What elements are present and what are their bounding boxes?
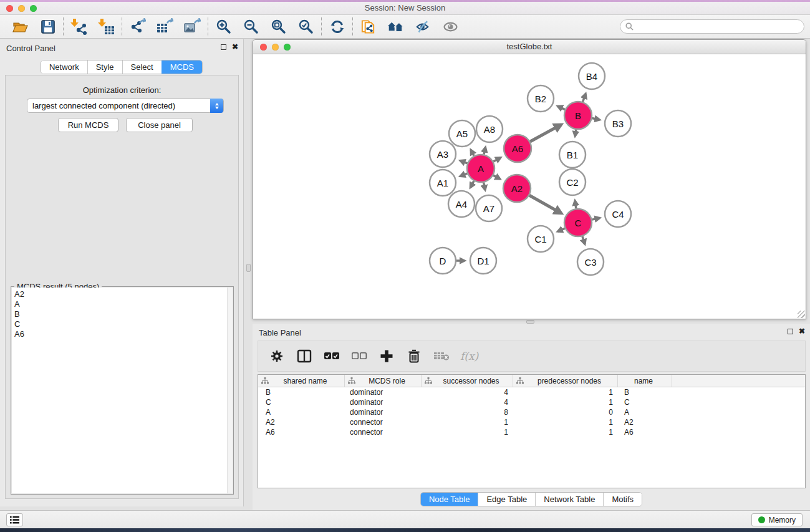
- refresh-button[interactable]: [329, 18, 345, 35]
- tab-mcds[interactable]: MCDS: [162, 60, 202, 74]
- import-table-button[interactable]: [98, 18, 115, 35]
- window-resize-grip[interactable]: [798, 311, 805, 318]
- result-list-item[interactable]: A: [14, 299, 227, 309]
- column-header-predecessor-nodes[interactable]: predecessor nodes: [513, 375, 618, 387]
- function-builder-button[interactable]: f(x): [460, 350, 478, 362]
- search-field[interactable]: [620, 19, 804, 34]
- node-C3[interactable]: C3: [577, 249, 604, 275]
- edge-B-B3[interactable]: [592, 118, 600, 120]
- node-A1[interactable]: A1: [430, 170, 456, 196]
- node-D1[interactable]: D1: [470, 248, 496, 274]
- node-A2[interactable]: A2: [503, 175, 531, 202]
- node-table[interactable]: shared nameMCDS rolesuccessor nodesprede…: [258, 374, 806, 488]
- float-panel-icon[interactable]: [221, 44, 226, 50]
- zoom-in-button[interactable]: [215, 18, 232, 35]
- create-column-button[interactable]: [378, 348, 395, 365]
- network-canvas[interactable]: AA1A2A3A4A5A6A7A8BB1B2B3B4CC1C2C3C4DD1: [253, 54, 806, 319]
- edge-C-C4[interactable]: [592, 218, 599, 220]
- edge-B-B1[interactable]: [575, 130, 576, 137]
- export-network-button[interactable]: [129, 18, 146, 35]
- home-button[interactable]: [387, 18, 404, 35]
- table-row-A2[interactable]: A2connector11A2: [258, 417, 805, 427]
- edge-A-A3[interactable]: [460, 161, 467, 163]
- zoom-out-button[interactable]: [243, 18, 259, 35]
- result-list-item[interactable]: C: [14, 319, 227, 329]
- optimization-criterion-select[interactable]: largest connected component (directed): [27, 99, 224, 113]
- edge-A6-B[interactable]: [530, 125, 561, 142]
- delete-column-button[interactable]: [405, 348, 422, 365]
- node-B3[interactable]: B3: [605, 110, 631, 137]
- copy-network-button[interactable]: [360, 18, 377, 35]
- node-A7[interactable]: A7: [476, 195, 502, 221]
- minimize-window-button[interactable]: [18, 5, 25, 12]
- tab-network-table[interactable]: Network Table: [535, 493, 603, 506]
- zoom-selected-button[interactable]: [297, 18, 314, 35]
- node-C1[interactable]: C1: [528, 226, 554, 252]
- deselect-all-columns-button[interactable]: [350, 348, 367, 365]
- close-window-button[interactable]: [6, 5, 13, 12]
- node-A6[interactable]: A6: [504, 135, 531, 162]
- column-header-successor-nodes[interactable]: successor nodes: [422, 375, 513, 387]
- table-row-A6[interactable]: A6connector11A6: [258, 427, 805, 437]
- mcds-result-list[interactable]: A2ABCA6: [12, 288, 227, 493]
- node-C4[interactable]: C4: [605, 201, 631, 227]
- close-table-panel-icon[interactable]: ✖: [799, 328, 805, 334]
- column-header-shared-name[interactable]: shared name: [258, 375, 345, 387]
- tab-motifs[interactable]: Motifs: [603, 493, 642, 506]
- zoom-network-window-button[interactable]: [284, 44, 291, 51]
- zoom-fit-button[interactable]: [270, 18, 287, 35]
- memory-button[interactable]: Memory: [751, 513, 803, 526]
- node-A3[interactable]: A3: [430, 141, 456, 167]
- result-list-item[interactable]: B: [14, 309, 227, 319]
- tab-node-table[interactable]: Node Table: [421, 493, 478, 506]
- node-A[interactable]: A: [467, 155, 494, 182]
- close-panel-icon[interactable]: ✖: [232, 44, 238, 50]
- edge-A-A2[interactable]: [493, 175, 500, 179]
- minimize-network-window-button[interactable]: [272, 44, 279, 51]
- column-header-name[interactable]: name: [618, 375, 672, 387]
- task-history-button[interactable]: [6, 513, 23, 526]
- search-input[interactable]: [637, 20, 804, 33]
- edge-A-A7[interactable]: [484, 183, 485, 190]
- select-all-columns-button[interactable]: [323, 348, 340, 365]
- table-row-C[interactable]: Cdominator41C: [258, 397, 805, 407]
- column-header-MCDS-role[interactable]: MCDS role: [345, 375, 422, 387]
- node-C2[interactable]: C2: [559, 169, 586, 195]
- edge-C-C2[interactable]: [575, 201, 576, 209]
- edge-A-A5[interactable]: [471, 150, 474, 155]
- edge-B-B4[interactable]: [583, 94, 586, 102]
- node-A5[interactable]: A5: [449, 120, 475, 147]
- node-A4[interactable]: A4: [448, 191, 475, 217]
- edge-A-A6[interactable]: [493, 158, 501, 162]
- export-table-button[interactable]: [157, 18, 173, 35]
- save-session-button[interactable]: [39, 18, 56, 35]
- tab-style[interactable]: Style: [87, 60, 122, 74]
- edge-A2-C[interactable]: [529, 195, 561, 213]
- tab-network[interactable]: Network: [41, 60, 87, 74]
- edge-C-C1[interactable]: [558, 228, 565, 231]
- tab-edge-table[interactable]: Edge Table: [478, 493, 535, 506]
- close-panel-button[interactable]: Close panel: [126, 118, 193, 132]
- edge-B-B2[interactable]: [557, 106, 565, 109]
- vertical-split-handle[interactable]: [246, 264, 251, 272]
- float-table-panel-icon[interactable]: [788, 329, 793, 334]
- edge-C-C3[interactable]: [582, 236, 585, 244]
- show-graphics-details-button[interactable]: [442, 18, 459, 35]
- node-D[interactable]: D: [430, 248, 456, 274]
- node-C[interactable]: C: [564, 209, 592, 236]
- tab-select[interactable]: Select: [122, 60, 162, 74]
- edge-A-A8[interactable]: [484, 147, 486, 154]
- result-list-item[interactable]: A6: [14, 329, 227, 339]
- node-B1[interactable]: B1: [559, 142, 586, 168]
- import-network-button[interactable]: [70, 18, 87, 35]
- result-scrollbar[interactable]: [227, 288, 233, 493]
- table-row-B[interactable]: Bdominator41B: [258, 387, 805, 397]
- node-B2[interactable]: B2: [528, 85, 554, 112]
- hide-graphics-details-button[interactable]: [415, 18, 432, 35]
- table-settings-button[interactable]: [268, 348, 285, 365]
- open-session-button[interactable]: [12, 18, 29, 35]
- node-A8[interactable]: A8: [476, 116, 503, 142]
- delete-table-button[interactable]: [433, 348, 450, 365]
- node-B4[interactable]: B4: [579, 63, 605, 89]
- edge-A-A1[interactable]: [460, 173, 467, 176]
